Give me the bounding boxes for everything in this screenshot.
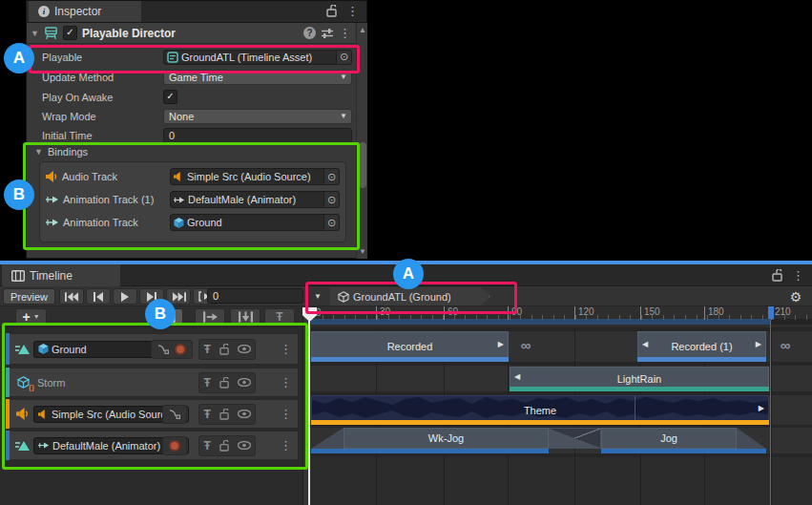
clip-label: LightRain [617, 373, 661, 385]
clip-seam [635, 396, 635, 421]
help-icon[interactable]: ? [303, 27, 316, 39]
ruler-tick: 150 [640, 306, 660, 320]
chevron-down-icon: ▼ [33, 313, 40, 320]
timeline-tab-icon [11, 270, 25, 282]
badge-b-timeline: B [145, 299, 176, 329]
clip-selected-stripe [311, 420, 769, 425]
foldout-icon[interactable]: ▼ [31, 29, 39, 38]
component-title: Playable Director [82, 27, 299, 40]
clip-selected-stripe [510, 387, 769, 391]
clip-selected-stripe [637, 357, 766, 362]
initial-time-value: 0 [169, 130, 175, 141]
current-frame-input[interactable]: 0 [207, 288, 303, 304]
clips-area: Recorded ▶ ∞ ◀ Recorded (1) ▶ ∞ ◀ LightR… [311, 327, 812, 505]
preview-label: Preview [10, 291, 48, 303]
scroll-up-icon[interactable]: ▲ [357, 26, 368, 34]
clip-selected-stripe [601, 449, 766, 453]
badge-b-inspector: B [4, 179, 34, 210]
clip-label: Recorded (1) [671, 341, 732, 352]
ruler-tick: 180 [704, 306, 724, 320]
clip-wkjog[interactable]: Wk-Jog [344, 428, 549, 449]
clip-lightrain[interactable]: ◀ LightRain [510, 367, 769, 391]
preview-toggle-button[interactable]: Preview [3, 288, 55, 305]
lock-icon[interactable] [326, 5, 337, 17]
play-on-awake-checkbox[interactable]: ✓ [163, 90, 177, 104]
clip-label: Theme [524, 405, 556, 416]
highlight-track-list [2, 323, 308, 470]
clip-label: Wk-Jog [428, 432, 464, 444]
badge-a-timeline: A [393, 259, 424, 289]
badge-a-inspector: A [4, 43, 34, 74]
inspector-tabbar: i Inspector ⋮ [27, 1, 366, 23]
playable-director-icon [44, 26, 58, 40]
kebab-menu-icon[interactable]: ⋮ [346, 7, 359, 16]
tab-inspector[interactable]: i Inspector [29, 1, 141, 22]
wrap-mode-dropdown[interactable]: None ▼ [163, 109, 352, 124]
highlight-playable-field [29, 45, 360, 74]
scrollbar-thumb[interactable] [359, 142, 366, 188]
initial-time-input[interactable]: 0 [163, 128, 352, 143]
ruler-tick: 120 [574, 306, 594, 320]
tab-timeline[interactable]: Timeline [2, 264, 120, 286]
lock-icon[interactable] [772, 269, 782, 282]
clip-selected-stripe [311, 357, 509, 362]
timeline-end-line [770, 320, 771, 505]
component-enabled-checkbox[interactable]: ✓ [63, 26, 77, 40]
info-icon: i [38, 6, 50, 17]
pin-icon: Ŧ [276, 310, 282, 324]
row-wrap-mode: Wrap Mode None ▼ [27, 107, 355, 125]
presets-icon[interactable] [321, 28, 334, 39]
clip-recorded-1[interactable]: ◀ Recorded (1) ▶ [637, 331, 766, 362]
wrap-mode-value: None [169, 111, 194, 122]
clip-jog[interactable]: Jog [601, 428, 737, 449]
loop-icon: ∞ [775, 331, 796, 358]
clip-right-handle[interactable]: ▶ [756, 340, 761, 348]
clip-label: Recorded [387, 341, 433, 352]
gear-icon[interactable]: ⚙ [786, 287, 805, 305]
clip-right-handle[interactable]: ▶ [498, 340, 504, 348]
component-header[interactable]: ▼ ✓ Playable Director ? ⋮ [27, 23, 355, 44]
component-kebab-icon[interactable]: ⋮ [339, 29, 351, 38]
tab-inspector-label: Inspector [54, 5, 101, 18]
highlight-bindings [23, 142, 360, 250]
clip-selected-stripe [311, 449, 549, 453]
timeline-end-marker[interactable] [768, 306, 774, 319]
unity-editor-screenshot: i Inspector ⋮ ▼ ✓ Playable Director ? [0, 0, 812, 505]
chevron-down-icon: ▼ [340, 112, 347, 120]
play-button[interactable] [113, 288, 137, 305]
loop-icon: ∞ [515, 331, 536, 358]
clip-left-handle[interactable]: ◀ [514, 372, 520, 381]
clip-crossfade[interactable] [549, 428, 601, 449]
chevron-down-icon: ▼ [340, 73, 347, 81]
go-to-start-button[interactable] [59, 288, 84, 305]
playhead-line [308, 321, 310, 505]
previous-frame-button[interactable] [86, 288, 111, 305]
clip-left-handle[interactable]: ◀ [642, 340, 648, 348]
initial-time-label: Initial Time [42, 130, 93, 141]
tab-timeline-label: Timeline [30, 269, 73, 283]
wrap-mode-label: Wrap Mode [42, 111, 96, 122]
clip-theme-audio[interactable]: Theme ▶ [311, 395, 769, 425]
row-play-on-awake: Play On Awake ✓ [27, 88, 355, 106]
current-frame-value: 0 [213, 290, 219, 302]
gridline [771, 327, 772, 505]
ruler-tick: 210 [771, 306, 791, 320]
kebab-menu-icon[interactable]: ⋮ [792, 271, 804, 281]
clip-label: Jog [660, 432, 677, 444]
clip-recorded[interactable]: Recorded ▶ [311, 331, 509, 362]
empty-track-area [311, 457, 812, 505]
play-on-awake-label: Play On Awake [42, 92, 113, 103]
clip-right-handle[interactable]: ▶ [759, 404, 764, 412]
